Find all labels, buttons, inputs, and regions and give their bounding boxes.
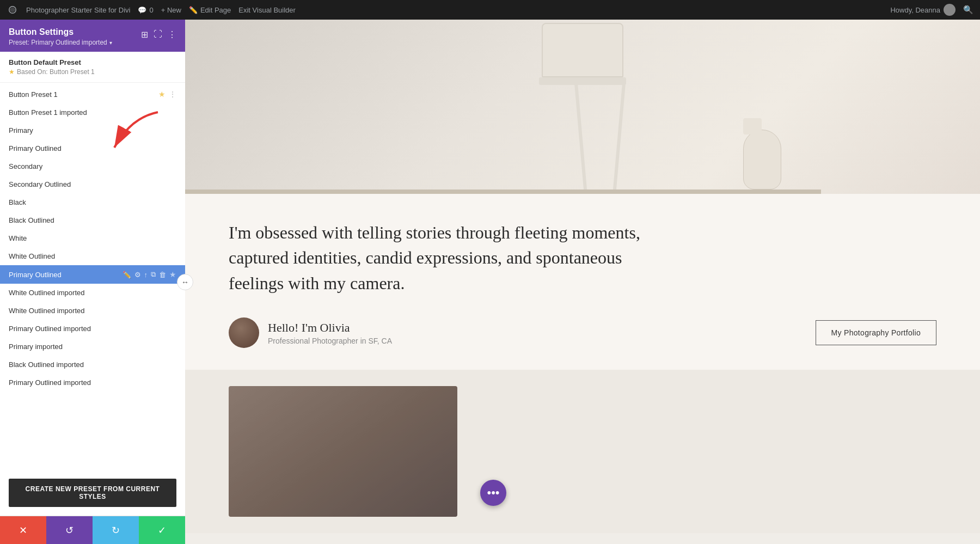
button-settings-panel: Button Settings Preset: Primary Outlined… [0, 20, 185, 544]
preset-item[interactable]: White [0, 229, 185, 247]
text-section: I'm obsessed with telling stories throug… [185, 194, 980, 370]
chair-seat [539, 77, 626, 85]
main-layout: Button Settings Preset: Primary Outlined… [0, 20, 980, 544]
portfolio-button[interactable]: My Photography Portfolio [816, 320, 936, 345]
fab-icon: ••• [487, 486, 499, 500]
bottom-image [229, 386, 457, 517]
edit-icon[interactable]: ✏️ [122, 271, 131, 279]
preset-item[interactable]: Primary imported [0, 338, 185, 356]
user-avatar [944, 4, 955, 16]
panel-title: Button Settings [9, 27, 112, 37]
fab-button[interactable]: ••• [480, 480, 506, 506]
preset-item-label: White Outlined [9, 252, 55, 260]
default-preset-based-on: ★ Based On: Button Preset 1 [9, 68, 176, 76]
confirm-button[interactable]: ✓ [139, 516, 185, 544]
preset-list: Button Preset 1 ★ ⋮ Button Preset 1 impo… [0, 83, 185, 472]
create-preset-button[interactable]: CREATE NEW PRESET FROM CURRENT STYLES [9, 479, 176, 507]
delete-icon[interactable]: 🗑 [159, 271, 166, 279]
exit-builder-link[interactable]: Exit Visual Builder [238, 6, 296, 14]
preset-item-label: White Outlined imported [9, 289, 84, 297]
page-content-area: I'm obsessed with telling stories throug… [185, 20, 980, 544]
active-preset-item[interactable]: Primary Outlined ✏️ ⚙ ↑ ⧉ 🗑 ★ [0, 265, 185, 284]
preset-item-label: Primary [9, 126, 33, 135]
fullscreen-icon[interactable]: ⛶ [154, 29, 162, 40]
site-name[interactable]: Photographer Starter Site for Divi [26, 6, 130, 14]
author-avatar [229, 317, 259, 348]
preset-item-label: Secondary [9, 162, 42, 170]
vase-neck [743, 118, 762, 135]
preset-item[interactable]: Secondary [0, 157, 185, 175]
preset-item[interactable]: Primary [0, 121, 185, 139]
default-preset-block: Button Default Preset ★ Based On: Button… [0, 52, 185, 83]
search-icon[interactable]: 🔍 [963, 5, 973, 15]
preset-item-label: Primary Outlined imported [9, 378, 91, 387]
author-name: Hello! I'm Olivia [268, 321, 392, 335]
howdy-text: Howdy, Deanna [890, 4, 955, 16]
preset-item[interactable]: Primary Outlined imported [0, 374, 185, 392]
close-button[interactable]: ✕ [0, 516, 46, 544]
preset-item[interactable]: White Outlined imported [0, 284, 185, 302]
preset-menu-icon[interactable]: ⋮ [169, 90, 176, 99]
view-toggle-icon[interactable]: ⊞ [141, 29, 148, 40]
panel-header: Button Settings Preset: Primary Outlined… [0, 20, 185, 52]
chair-back [542, 23, 623, 77]
duplicate-icon[interactable]: ⧉ [151, 270, 156, 279]
edit-page-link[interactable]: ✏️ Edit Page [189, 6, 231, 14]
preset-item[interactable]: Black Outlined imported [0, 356, 185, 374]
preset-item[interactable]: Button Preset 1 ★ ⋮ [0, 85, 185, 103]
panel-bottom-bar: ✕ ↺ ↻ ✓ [0, 516, 185, 544]
confirm-icon: ✓ [158, 524, 166, 536]
settings-icon[interactable]: ⚙ [134, 271, 141, 279]
preset-item[interactable]: White Outlined [0, 247, 185, 265]
preset-item-label: Primary Outlined [9, 144, 62, 152]
shelf [185, 190, 821, 194]
close-icon: ✕ [19, 524, 27, 536]
chair-left-leg [574, 85, 587, 194]
preset-item[interactable]: Black [0, 193, 185, 211]
preset-item[interactable]: Button Preset 1 imported [0, 103, 185, 121]
preset-item-label: White [9, 234, 27, 242]
author-info: Hello! I'm Olivia Professional Photograp… [229, 317, 392, 348]
preset-item-label: Black [9, 198, 26, 206]
redo-icon: ↻ [112, 524, 120, 536]
preset-item-label: Primary Outlined [9, 271, 62, 279]
preset-item-label: Black Outlined [9, 216, 54, 224]
redo-button[interactable]: ↻ [93, 516, 139, 544]
admin-bar-left: Photographer Starter Site for Divi 💬 0 +… [7, 4, 881, 16]
star-icon[interactable]: ★ [158, 90, 166, 99]
author-title: Professional Photographer in SF, CA [268, 337, 392, 345]
preset-item-label: Button Preset 1 [9, 90, 58, 99]
hero-image [185, 20, 980, 194]
preset-item[interactable]: Primary Outlined imported [0, 320, 185, 338]
preset-item[interactable]: Primary Outlined [0, 139, 185, 157]
star-icon[interactable]: ★ [169, 270, 176, 279]
resize-handle[interactable]: ↔ [177, 274, 193, 290]
comments-link[interactable]: 💬 0 [138, 6, 153, 14]
preset-item-actions: ★ ⋮ [158, 90, 176, 99]
star-icon: ★ [9, 68, 15, 76]
panel-subtitle[interactable]: Preset: Primary Outlined imported ▾ [9, 39, 112, 46]
image-overlay [229, 386, 457, 517]
preset-item[interactable]: Black Outlined [0, 211, 185, 229]
chair-right-leg [612, 85, 625, 194]
admin-bar: Photographer Starter Site for Divi 💬 0 +… [0, 0, 980, 20]
preset-item-label: Button Preset 1 imported [9, 108, 87, 117]
resize-arrows-icon: ↔ [181, 278, 189, 286]
admin-bar-right: Howdy, Deanna 🔍 [890, 4, 973, 16]
more-options-icon[interactable]: ⋮ [168, 29, 176, 40]
undo-icon: ↺ [65, 524, 74, 536]
preset-dropdown-arrow: ▾ [109, 40, 112, 46]
active-preset-actions: ✏️ ⚙ ↑ ⧉ 🗑 ★ [122, 270, 177, 279]
preset-item-label: Primary imported [9, 343, 63, 351]
default-preset-name: Button Default Preset [9, 58, 176, 66]
wordpress-logo[interactable] [7, 4, 19, 16]
new-link[interactable]: + New [161, 6, 181, 14]
export-icon[interactable]: ↑ [144, 271, 148, 279]
preset-item-label: Primary Outlined imported [9, 325, 91, 333]
preset-item[interactable]: White Outlined imported [0, 302, 185, 320]
author-section: Hello! I'm Olivia Professional Photograp… [229, 317, 936, 348]
panel-header-icons: ⊞ ⛶ ⋮ [141, 29, 176, 40]
vase [743, 130, 781, 190]
undo-button[interactable]: ↺ [46, 516, 93, 544]
preset-item[interactable]: Secondary Outlined [0, 175, 185, 193]
